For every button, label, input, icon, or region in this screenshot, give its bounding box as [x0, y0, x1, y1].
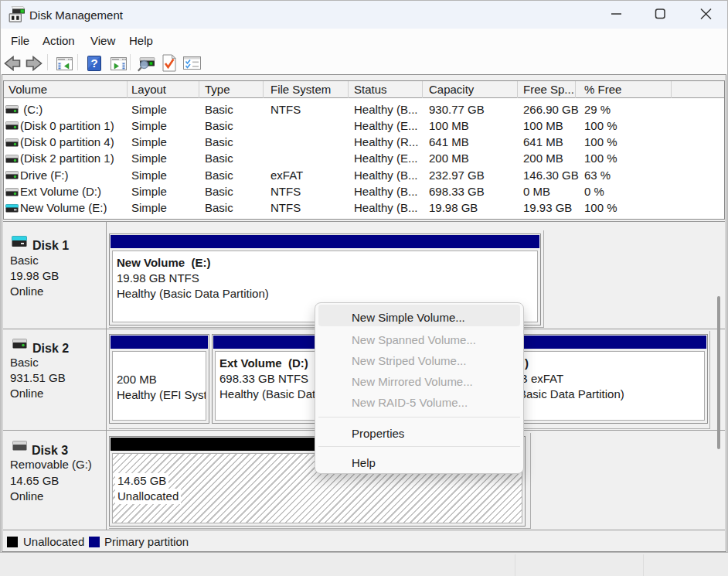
svg-text:?: ? — [90, 56, 97, 70]
